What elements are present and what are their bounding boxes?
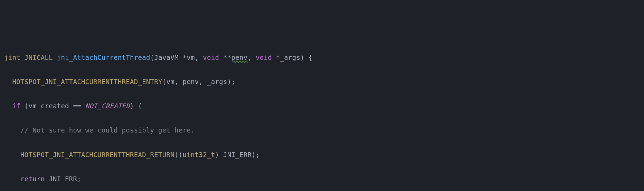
param-name: _args: [280, 54, 300, 61]
param-name: vm: [187, 54, 195, 61]
variable: vm_created: [28, 102, 69, 110]
punct: );: [252, 151, 259, 158]
pointer: *: [276, 54, 280, 61]
paren: (: [25, 102, 29, 110]
code-line-5[interactable]: HOTSPOT_JNI_ATTACHCURRENTTHREAD_RETURN((…: [4, 149, 640, 161]
param-type: JavaVM: [154, 54, 178, 61]
cast-type: uint32_t: [183, 151, 215, 158]
void-keyword: void: [203, 54, 219, 61]
return-keyword: return: [20, 175, 45, 183]
comma: ,: [195, 54, 199, 61]
comment: // Not sure how we could possibly get he…: [20, 126, 195, 134]
code-line-3[interactable]: if (vm_created == NOT_CREATED) {: [4, 100, 640, 112]
paren: ): [130, 102, 134, 110]
enum-constant: JNI_ERR: [223, 151, 252, 158]
void-keyword: void: [256, 54, 272, 61]
comma: ,: [248, 54, 252, 61]
macro-token: JNICALL: [25, 54, 53, 61]
paren: (: [150, 54, 154, 61]
macro-call: HOTSPOT_JNI_ATTACHCURRENTTHREAD_ENTRY: [12, 78, 162, 85]
constant: NOT_CREATED: [85, 102, 130, 110]
semicolon: ;: [77, 175, 81, 183]
type-token: jint: [4, 54, 20, 61]
function-name: jni_AttachCurrentThread: [57, 54, 150, 61]
pointer: **: [223, 54, 231, 61]
enum-constant: JNI_ERR: [49, 175, 77, 183]
pointer: *: [183, 54, 187, 61]
code-line-6[interactable]: return JNI_ERR;: [4, 173, 640, 185]
code-line-1[interactable]: jint JNICALL jni_AttachCurrentThread(Jav…: [4, 52, 640, 64]
param-name-warned: penv: [231, 54, 248, 61]
code-line-4[interactable]: // Not sure how we could possibly get he…: [4, 124, 640, 136]
macro-call: HOTSPOT_JNI_ATTACHCURRENTTHREAD_RETURN: [20, 151, 174, 158]
paren: ): [215, 151, 219, 158]
code-line-2[interactable]: HOTSPOT_JNI_ATTACHCURRENTTHREAD_ENTRY(vm…: [4, 76, 640, 88]
paren: ((: [174, 151, 182, 158]
brace: {: [138, 102, 142, 110]
if-keyword: if: [12, 102, 20, 110]
paren: ): [300, 54, 304, 61]
args: (vm, penv, _args);: [162, 78, 235, 85]
operator: ==: [73, 102, 81, 110]
brace: {: [309, 54, 313, 61]
